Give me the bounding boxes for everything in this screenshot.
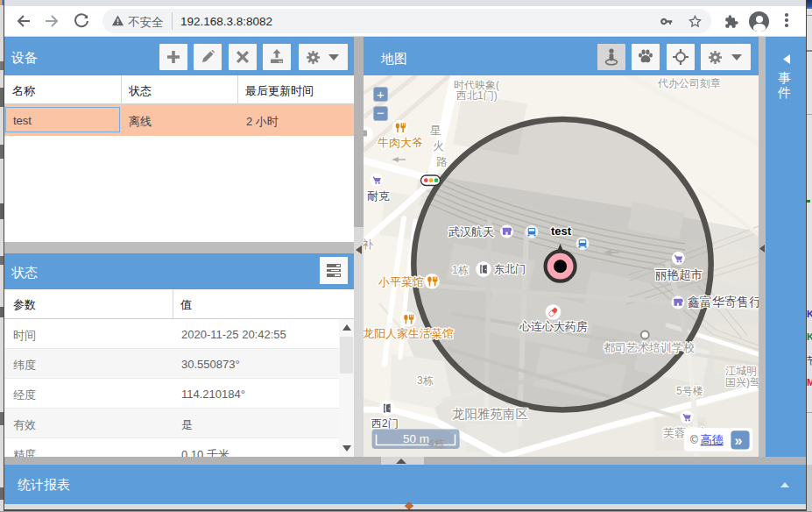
svg-text:西北1门): 西北1门) <box>456 89 498 102</box>
svg-text:小平菜馆: 小平菜馆 <box>378 275 424 288</box>
svg-text:武汉航天: 武汉航天 <box>448 225 494 238</box>
svg-text:龙阳雅苑南区: 龙阳雅苑南区 <box>452 407 528 421</box>
svg-text:4栋: 4栋 <box>428 437 445 450</box>
svg-text:火: 火 <box>433 139 444 153</box>
svg-text:高德: 高德 <box>701 433 724 446</box>
svg-text:1栋: 1栋 <box>452 264 469 276</box>
svg-text:心连心大药房: 心连心大药房 <box>519 320 588 333</box>
svg-text:星: 星 <box>430 124 441 137</box>
svg-text:西2门: 西2门 <box>371 417 399 430</box>
svg-text:国兴)驾: 国兴)驾 <box>725 376 759 388</box>
svg-text:江城明: 江城明 <box>725 365 757 377</box>
svg-text:路: 路 <box>436 155 448 168</box>
svg-text:丽艳超市: 丽艳超市 <box>655 268 703 281</box>
svg-text:3栋: 3栋 <box>417 374 434 387</box>
svg-text:50 m: 50 m <box>403 432 429 445</box>
svg-text:5号楼: 5号楼 <box>676 385 703 397</box>
svg-text:»: » <box>735 433 743 448</box>
svg-text:东北门: 东北门 <box>494 263 526 275</box>
svg-text:牛肉大爷: 牛肉大爷 <box>378 136 423 149</box>
svg-text:test: test <box>551 224 572 238</box>
svg-text:©: © <box>690 434 698 446</box>
svg-text:代办公司刻章: 代办公司刻章 <box>657 77 721 89</box>
svg-text:龙阳人家生活菜馆: 龙阳人家生活菜馆 <box>364 327 454 340</box>
svg-text:鑫富华寄售行: 鑫富华寄售行 <box>688 295 759 309</box>
svg-text:耐克: 耐克 <box>367 189 390 203</box>
svg-text:补: 补 <box>364 238 374 251</box>
svg-text:都司艺术培训学校: 都司艺术培训学校 <box>604 341 695 354</box>
